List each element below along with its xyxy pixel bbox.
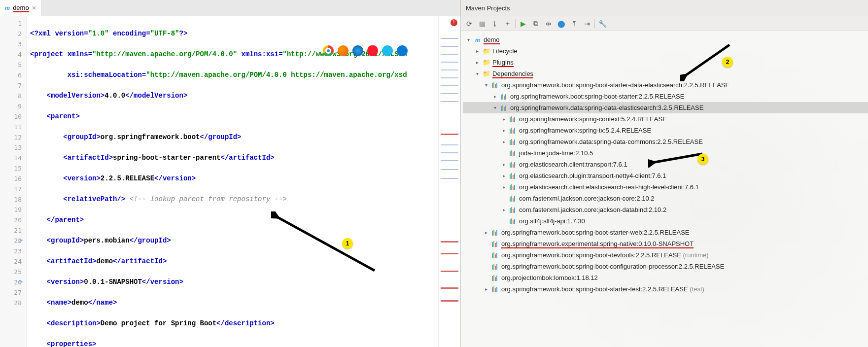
svg-rect-37 [510, 185, 511, 190]
gutter-hint-icon[interactable]: ⟳ [18, 236, 23, 246]
svg-rect-67 [495, 266, 496, 270]
show-deps-button[interactable]: ⤒ [568, 17, 581, 30]
dep-item[interactable]: ▾org.springframework.boot:spring-boot-st… [463, 79, 868, 91]
svg-rect-65 [492, 265, 493, 270]
svg-rect-8 [505, 94, 506, 100]
svg-rect-14 [511, 116, 512, 122]
minimap[interactable]: ! [438, 16, 460, 347]
dep-item[interactable]: ▸org.springframework:spring-tx:5.2.4.REL… [463, 125, 868, 136]
execute-button[interactable]: ⧉ [529, 17, 542, 30]
svg-rect-59 [495, 243, 496, 247]
edge-icon [397, 45, 408, 56]
dep-item[interactable]: ▸org.springframework:spring-context:5.2.… [463, 113, 868, 125]
svg-rect-18 [511, 128, 512, 134]
dep-item[interactable]: ▸org.elasticsearch.client:transport:7.6.… [463, 159, 868, 170]
svg-rect-69 [492, 276, 493, 281]
svg-rect-23 [513, 141, 514, 145]
editor-area: m demo × 1234567891011121314151617181920… [0, 0, 461, 347]
download-button[interactable]: ⭳ [488, 17, 501, 30]
schema-loc: http://maven.apache.org/POM/4.0.0 https:… [150, 71, 407, 79]
run-button[interactable]: ▶ [517, 17, 529, 30]
tree-root[interactable]: ▾mdemo [463, 34, 868, 45]
dep-item[interactable]: ▸com.fasterxml.jackson.core:jackson-data… [463, 204, 868, 215]
svg-rect-25 [510, 151, 511, 156]
dep-item[interactable]: ▸org.projectlombok:lombok:1.18.12 [463, 272, 868, 283]
dep-item[interactable]: ▸org.elasticsearch.plugin:transport-nett… [463, 170, 868, 181]
svg-rect-50 [511, 218, 512, 224]
browser-icons-overlay [323, 45, 408, 56]
svg-rect-72 [496, 276, 497, 281]
svg-rect-12 [505, 105, 506, 111]
svg-rect-56 [496, 230, 497, 236]
svg-rect-17 [510, 129, 511, 134]
svg-rect-21 [510, 140, 511, 145]
maven-tree[interactable]: ▾mdemo ▸📁Lifecycle ▸📁Plugins ▾📁Dependenc… [461, 31, 868, 347]
dep-item[interactable]: ▸org.springframework.boot:spring-boot-co… [463, 261, 868, 272]
svg-rect-46 [511, 207, 512, 213]
svg-rect-45 [510, 208, 511, 213]
maven-toolbar: ⟳ ▦ ⭳ ＋ ▶ ⧉ ⇹ ⬤ ⤒ ⇥ 🔧 [461, 16, 868, 31]
svg-rect-20 [514, 128, 515, 134]
svg-rect-58 [493, 241, 494, 247]
maven-file-icon: m [5, 4, 10, 12]
svg-rect-42 [511, 196, 512, 202]
svg-rect-6 [502, 94, 503, 100]
tab-demo[interactable]: m demo × [0, 0, 41, 16]
dep-item[interactable]: ▸org.springframework.boot:spring-boot-de… [463, 249, 868, 261]
svg-rect-36 [514, 174, 515, 179]
dep-item-selected[interactable]: ▾org.springframework.data:spring-data-el… [463, 102, 868, 113]
editor-body: 123456789101112131415161718192021 22⟳ 23… [0, 16, 460, 347]
svg-rect-22 [511, 139, 512, 145]
svg-rect-29 [510, 163, 511, 168]
gutter-hint-icon[interactable]: ⟳ [18, 277, 23, 287]
svg-rect-11 [504, 107, 505, 111]
svg-rect-47 [513, 209, 514, 213]
dep-item[interactable]: ▸org.slf4j:slf4j-api:1.7.30 [463, 215, 868, 227]
dep-item[interactable]: ▸org.springframework.data:spring-data-co… [463, 136, 868, 147]
maven-panel: Maven Projects ⟳ ▦ ⭳ ＋ ▶ ⧉ ⇹ ⬤ ⤒ ⇥ 🔧 ▾md… [461, 0, 868, 347]
svg-rect-75 [495, 288, 496, 292]
svg-rect-31 [513, 164, 514, 168]
svg-rect-28 [514, 151, 515, 156]
dep-item[interactable]: ▸org.springframework.boot:spring-boot-st… [463, 227, 868, 238]
toggle-skip-button[interactable]: ⇹ [542, 17, 555, 30]
svg-rect-33 [510, 174, 511, 179]
svg-rect-48 [514, 208, 515, 213]
close-icon[interactable]: × [32, 4, 36, 12]
svg-rect-62 [493, 252, 494, 258]
generate-sources-button[interactable]: ▦ [476, 17, 488, 30]
gutter: 123456789101112131415161718192021 22⟳ 23… [0, 16, 27, 347]
svg-rect-51 [513, 220, 514, 224]
annotation-badge-2: 2 [722, 57, 733, 68]
svg-rect-35 [513, 175, 514, 179]
dep-item[interactable]: ▸org.springframework.experimental:spring… [463, 238, 868, 249]
svg-rect-52 [514, 219, 515, 224]
dep-item[interactable]: ▸org.springframework.boot:spring-boot-st… [463, 283, 868, 295]
tab-label: demo [13, 4, 29, 12]
code-area[interactable]: <?xml version="1.0" encoding="UTF-8"?> <… [27, 16, 438, 347]
svg-rect-10 [502, 105, 503, 111]
dep-item[interactable]: ▸org.springframework.boot:spring-boot-st… [463, 91, 868, 102]
tree-plugins[interactable]: ▸📁Plugins [463, 57, 868, 68]
firefox-icon [338, 45, 348, 56]
svg-rect-55 [495, 232, 496, 236]
ie-icon [382, 45, 393, 56]
annotation-badge-3: 3 [697, 154, 708, 165]
dep-item[interactable]: ▸org.elasticsearch.client:elasticsearch-… [463, 181, 868, 193]
svg-rect-73 [492, 287, 493, 292]
refresh-button[interactable]: ⟳ [463, 17, 476, 30]
settings-button[interactable]: 🔧 [596, 17, 609, 30]
tree-lifecycle[interactable]: ▸📁Lifecycle [463, 45, 868, 57]
annotation-badge-1: 1 [342, 238, 353, 249]
svg-rect-16 [514, 117, 515, 122]
svg-rect-53 [492, 231, 493, 236]
offline-button[interactable]: ⬤ [555, 17, 568, 30]
collapse-button[interactable]: ⇥ [581, 17, 593, 30]
svg-rect-4 [496, 83, 497, 88]
add-button[interactable]: ＋ [501, 17, 514, 30]
tree-dependencies[interactable]: ▾📁Dependencies [463, 68, 868, 79]
error-indicator-icon[interactable]: ! [451, 19, 457, 26]
svg-rect-60 [496, 242, 497, 247]
dep-item[interactable]: ▸com.fasterxml.jackson.core:jackson-core… [463, 193, 868, 204]
dep-item[interactable]: ▸joda-time:joda-time:2.10.5 [463, 147, 868, 159]
